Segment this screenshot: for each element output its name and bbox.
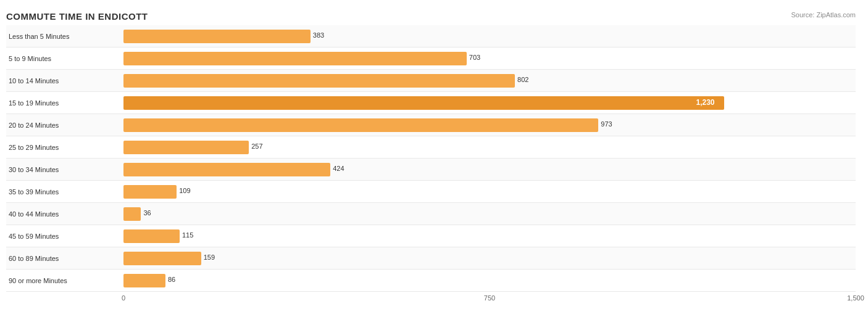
bar-fill [123, 141, 249, 154]
bar-value: 383 [313, 31, 324, 39]
bar-label: 35 to 39 Minutes [6, 188, 123, 196]
bar-fill [123, 252, 201, 265]
chart-title: COMMUTE TIME IN ENDICOTT [6, 11, 856, 22]
bar-row: 30 to 34 Minutes424 [6, 159, 856, 181]
bar-label: 15 to 19 Minutes [6, 99, 123, 107]
bar-label: 20 to 24 Minutes [6, 122, 123, 129]
bar-row: Less than 5 Minutes383 [6, 25, 856, 47]
bar-value: 109 [179, 187, 190, 194]
bar-label: 90 or more Minutes [6, 277, 123, 284]
bar-fill [123, 74, 515, 88]
x-axis-label: 750 [484, 294, 495, 302]
bar-track: 86 [123, 274, 856, 287]
bar-row: 25 to 29 Minutes257 [6, 136, 856, 159]
bar-row: 10 to 14 Minutes802 [6, 70, 856, 92]
bar-row: 60 to 89 Minutes159 [6, 247, 856, 270]
bar-fill [123, 118, 598, 132]
source-text: Source: ZipAtlas.com [791, 11, 856, 19]
bar-track: 159 [123, 252, 856, 265]
bar-label: 60 to 89 Minutes [6, 255, 123, 262]
bar-label: 30 to 34 Minutes [6, 166, 123, 173]
bar-row: 5 to 9 Minutes703 [6, 47, 856, 70]
bar-label: 45 to 59 Minutes [6, 233, 123, 240]
bar-value: 257 [251, 142, 262, 150]
bar-label: Less than 5 Minutes [6, 33, 123, 40]
bar-label: 10 to 14 Minutes [6, 77, 123, 85]
bar-track: 36 [123, 207, 856, 221]
bar-row: 35 to 39 Minutes109 [6, 181, 856, 203]
bar-label: 25 to 29 Minutes [6, 144, 123, 151]
bar-track: 424 [123, 163, 856, 176]
bar-value: 86 [168, 276, 175, 283]
bar-fill [123, 30, 311, 43]
bar-fill [123, 207, 141, 221]
bar-fill [123, 52, 467, 65]
bar-value: 159 [204, 254, 215, 261]
bar-value: 1,230 [696, 98, 715, 107]
bar-row: 20 to 24 Minutes973 [6, 114, 856, 136]
bar-track: 257 [123, 141, 856, 154]
bar-value: 703 [469, 54, 480, 61]
x-axis-label: 0 [122, 294, 125, 302]
bar-row: 40 to 44 Minutes36 [6, 203, 856, 225]
bar-track: 703 [123, 52, 856, 65]
bar-value: 802 [517, 76, 528, 83]
x-axis: 07501,500 [123, 294, 856, 307]
bar-track: 115 [123, 229, 856, 243]
chart-container: COMMUTE TIME IN ENDICOTT Source: ZipAtla… [0, 0, 868, 322]
bar-value: 424 [333, 165, 344, 172]
bar-row: 90 or more Minutes86 [6, 270, 856, 292]
bar-fill [123, 163, 330, 176]
bar-value: 973 [601, 120, 612, 128]
bar-fill [123, 274, 165, 287]
bar-track: 1,230 [123, 96, 856, 110]
x-axis-label: 1,500 [847, 294, 864, 302]
bar-row: 15 to 19 Minutes1,230 [6, 92, 856, 114]
bar-fill [123, 96, 724, 110]
bar-fill [123, 185, 177, 199]
bar-track: 802 [123, 74, 856, 88]
bar-track: 383 [123, 30, 856, 43]
bar-fill [123, 229, 180, 243]
chart-body: Less than 5 Minutes3835 to 9 Minutes7031… [6, 25, 856, 307]
bar-value: 36 [143, 209, 151, 217]
bar-row: 45 to 59 Minutes115 [6, 225, 856, 247]
bar-track: 109 [123, 185, 856, 199]
bars-container: Less than 5 Minutes3835 to 9 Minutes7031… [6, 25, 856, 292]
bar-label: 5 to 9 Minutes [6, 55, 123, 62]
bar-label: 40 to 44 Minutes [6, 210, 123, 218]
bar-value: 115 [182, 231, 193, 239]
bar-track: 973 [123, 118, 856, 132]
